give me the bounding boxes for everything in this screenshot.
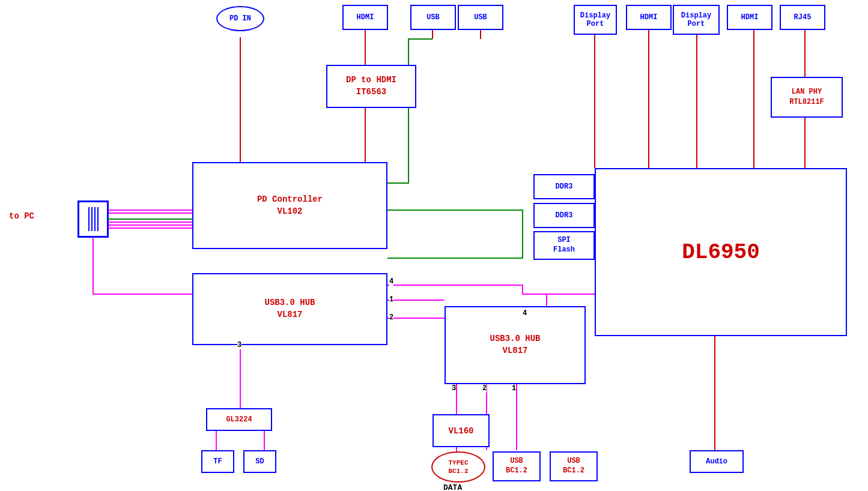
hdmi-port-3: HDMI [727,5,772,30]
usb30-hub-1: USB3.0 HUB VL817 [192,273,387,345]
hub1-port3: 3 [237,341,241,349]
hub2-port3: 3 [452,384,456,393]
dl6950: DL6950 [595,168,847,336]
usb-port-2: USB [458,5,503,30]
lan-phy: LAN PHY RTL8211F [771,77,843,118]
pd-in-port: PD IN [216,6,264,31]
usb30-hub-2: USB3.0 HUB VL817 [445,306,586,384]
tf-port: TF [201,450,234,473]
spi-flash: SPI Flash [533,231,595,260]
sd-port: SD [243,450,276,473]
usb-port-1: USB [410,5,456,30]
hub2-port2: 2 [482,384,487,393]
typec-bc12: TYPEC BC1.2 [431,451,485,483]
hub1-port4: 4 [389,277,393,286]
usb-bc12-2: USB BC1.2 [550,451,598,481]
gl3224: GL3224 [206,408,272,431]
dp-to-hdmi: DP to HDMI IT6563 [326,65,416,108]
vl160: VL160 [432,414,490,447]
ddr3-1: DDR3 [533,174,595,199]
to-pc-label: to PC [9,211,34,221]
audio-port: Audio [690,450,744,473]
ddr3-2: DDR3 [533,203,595,228]
display-port-1: Display Port [574,5,617,35]
hub1-port2: 2 [389,313,393,322]
block-diagram: to PC PD IN HDMI USB USB Display Port HD… [0,0,868,491]
hdmi-port-2: HDMI [626,5,672,30]
hub2-port4: 4 [523,309,527,318]
hdmi-port-1: HDMI [342,5,388,30]
usbc-connector [78,201,108,237]
rj45-port: RJ45 [780,5,825,30]
hub1-port1: 1 [389,295,393,304]
display-port-2: Display Port [673,5,720,35]
dl6950-label: DL6950 [682,240,760,265]
usb-bc12-1: USB BC1.2 [493,451,541,481]
data-label: DATA [443,483,462,491]
pd-controller: PD Controller VL102 [192,162,387,249]
hub2-port1: 1 [512,384,516,393]
